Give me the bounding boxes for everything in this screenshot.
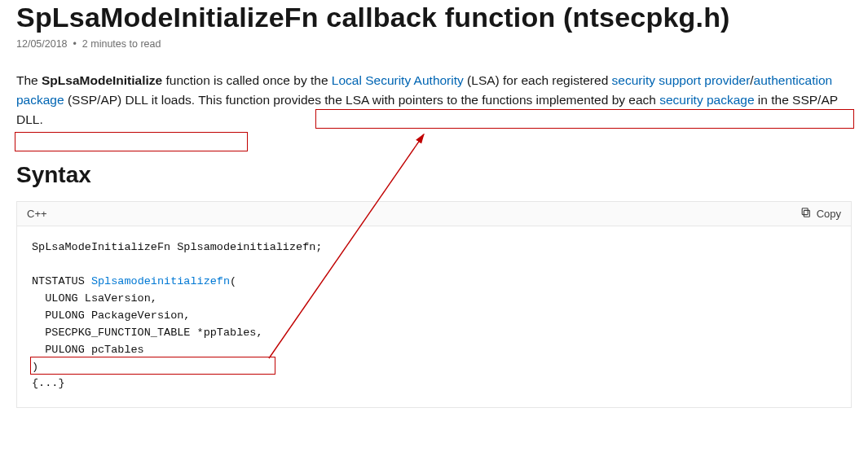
- article-date: 12/05/2018: [16, 38, 68, 50]
- code-content: SpLsaModeInitializeFn Splsamodeinitializ…: [17, 226, 851, 407]
- article-readtime: 2 minutes to read: [82, 38, 161, 50]
- intro-paragraph: The SpLsaModeInitialize function is call…: [16, 71, 852, 129]
- code-line: PULONG PackageVersion,: [32, 309, 190, 322]
- code-fn-name: Splsamodeinitializefn: [91, 275, 230, 287]
- code-line: SpLsaModeInitializeFn Splsamodeinitializ…: [32, 241, 322, 253]
- article-meta: 12/05/2018 • 2 minutes to read: [16, 38, 852, 50]
- code-line: ): [32, 361, 38, 373]
- page: SpLsaModeInitializeFn callback function …: [0, 0, 868, 456]
- link-security-support-provider[interactable]: security support provider: [612, 73, 751, 87]
- intro-highlight-text: This function provides the LSA with poin…: [198, 93, 659, 107]
- intro-text: (LSA) for each registered: [464, 73, 612, 87]
- svg-rect-1: [802, 208, 808, 215]
- copy-label: Copy: [817, 208, 841, 220]
- link-security-package[interactable]: security package: [659, 93, 754, 107]
- code-line: PSECPKG_FUNCTION_TABLE *ppTables,: [32, 327, 263, 339]
- page-title: SpLsaModeInitializeFn callback function …: [16, 0, 852, 33]
- intro-text: (SSP/AP) DLL it loads.: [64, 93, 199, 107]
- intro-text: function is called once by the: [162, 73, 332, 87]
- intro-fn-name: SpLsaModeInitialize: [42, 73, 162, 87]
- link-local-security-authority[interactable]: Local Security Authority: [332, 73, 464, 87]
- copy-button[interactable]: Copy: [800, 207, 841, 221]
- intro-text: The: [16, 73, 42, 87]
- syntax-heading: Syntax: [16, 162, 852, 188]
- code-language-label: C++: [27, 208, 47, 220]
- copy-icon: [800, 207, 812, 221]
- code-line: ULONG LsaVersion,: [32, 292, 157, 305]
- code-line: PULONG pcTables: [32, 344, 144, 356]
- code-block: C++ Copy SpLsaModeInitializeFn Splsamode…: [16, 201, 852, 408]
- code-line: NTSTATUS: [32, 275, 91, 287]
- svg-rect-0: [804, 210, 809, 217]
- code-header: C++ Copy: [17, 202, 851, 226]
- code-line: {...}: [32, 377, 65, 389]
- code-line: (: [230, 275, 236, 287]
- annotation-box: [15, 132, 248, 151]
